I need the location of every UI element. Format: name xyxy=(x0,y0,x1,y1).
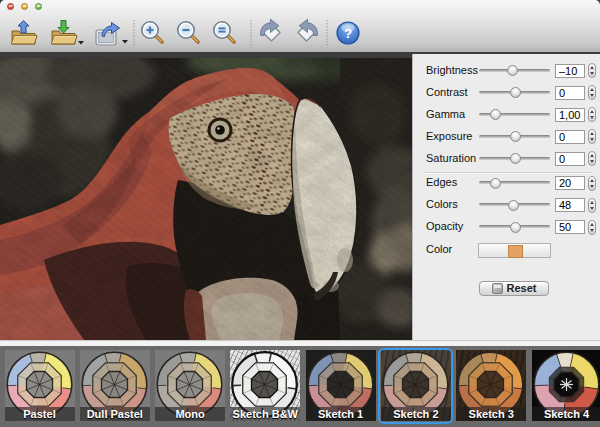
svg-text:?: ? xyxy=(344,26,352,41)
